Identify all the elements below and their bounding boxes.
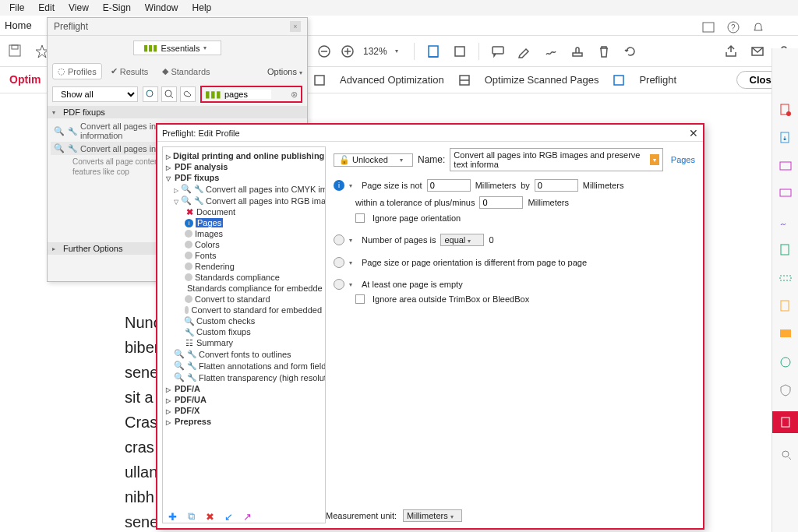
preflight-search-field[interactable]: ▮▮▮ ⊗ bbox=[200, 86, 302, 103]
ignore-area-checkbox[interactable] bbox=[355, 294, 365, 304]
tree-cmyk[interactable]: 🔍🔧Convert all pages into CMYK images bbox=[164, 183, 323, 195]
tree-rgb[interactable]: 🔍🔧Convert all pages into RGB images a bbox=[164, 195, 323, 206]
rotate-icon[interactable] bbox=[623, 44, 638, 59]
close-icon[interactable]: ✕ bbox=[689, 127, 698, 139]
name-dd-icon[interactable]: ▾ bbox=[650, 154, 659, 165]
rail-create-icon[interactable] bbox=[779, 103, 793, 117]
preflight-search-input[interactable] bbox=[224, 90, 271, 99]
window-icon[interactable] bbox=[701, 20, 715, 34]
help-icon[interactable]: ? bbox=[726, 20, 740, 34]
stamp-icon[interactable] bbox=[570, 44, 585, 59]
section-pdf-fixups[interactable]: ▾PDF fixups bbox=[48, 106, 307, 118]
zoom-dd-icon[interactable]: ▾ bbox=[395, 48, 403, 55]
sign-icon[interactable] bbox=[543, 44, 559, 59]
menu-window[interactable]: Window bbox=[139, 1, 185, 15]
export-icon[interactable]: ↗ bbox=[240, 509, 254, 523]
numpages-op-select[interactable]: equal ▾ bbox=[440, 234, 484, 246]
tree-sum[interactable]: ☷Summary bbox=[164, 337, 323, 348]
severity-dd[interactable]: ▾ bbox=[349, 281, 357, 288]
rail-sign-icon[interactable] bbox=[779, 215, 793, 229]
menu-file[interactable]: File bbox=[3, 1, 30, 15]
rail-export-icon[interactable] bbox=[779, 131, 793, 145]
tree-cc[interactable]: 🔍Custom checks bbox=[164, 315, 323, 326]
info-icon[interactable]: i bbox=[334, 180, 344, 191]
menu-edit[interactable]: Edit bbox=[32, 1, 61, 15]
add-icon[interactable]: ✚ bbox=[165, 509, 179, 523]
name-field[interactable]: Convert all pages into RGB images and pr… bbox=[450, 148, 662, 171]
zoom-in-icon[interactable] bbox=[340, 44, 355, 59]
tree-f3[interactable]: 🔍🔧Flatten transparency (high resolutio bbox=[164, 372, 323, 383]
severity-dd[interactable]: ▾ bbox=[349, 182, 357, 189]
numpages-radio[interactable] bbox=[334, 234, 344, 245]
trash-icon[interactable] bbox=[596, 44, 612, 59]
clear-search-icon[interactable]: ⊗ bbox=[291, 90, 298, 100]
tree-digital[interactable]: Digital printing and online publishing bbox=[164, 150, 323, 161]
zoom-value[interactable]: 132% bbox=[363, 46, 387, 57]
rail-note-icon[interactable] bbox=[779, 327, 793, 341]
tree-conve[interactable]: Convert to standard for embedded bbox=[164, 305, 323, 315]
sizediff-radio[interactable] bbox=[334, 257, 344, 268]
showall-dropdown[interactable]: Show all bbox=[52, 86, 138, 102]
tab-results[interactable]: ✔ Results bbox=[105, 63, 154, 79]
severity-dd[interactable]: ▾ bbox=[349, 237, 357, 244]
home-tab[interactable]: Home bbox=[5, 19, 32, 31]
tree-f1[interactable]: 🔍🔧Convert fonts to outlines bbox=[164, 348, 323, 360]
profile-tree[interactable]: Digital printing and online publishing P… bbox=[162, 146, 326, 523]
lock-dropdown[interactable]: 🔓Unlocked▾ bbox=[334, 153, 413, 167]
menu-help[interactable]: Help bbox=[186, 1, 218, 15]
rail-edit-icon[interactable] bbox=[779, 159, 793, 173]
menu-esign[interactable]: E-Sign bbox=[97, 1, 137, 15]
optimize-scanned-button[interactable]: Optimize Scanned Pages bbox=[485, 74, 599, 86]
mail-icon[interactable] bbox=[750, 44, 765, 59]
tree-f2[interactable]: 🔍🔧Flatten annotations and form fields bbox=[164, 360, 323, 372]
tree-conv[interactable]: Convert to standard bbox=[164, 294, 323, 305]
tab-standards[interactable]: ◆ Standards bbox=[157, 63, 215, 79]
tree-images[interactable]: Images bbox=[164, 228, 323, 239]
rail-convert-icon[interactable] bbox=[779, 299, 793, 313]
severity-dd[interactable]: ▾ bbox=[349, 259, 357, 266]
tree-prepress[interactable]: Prepress bbox=[164, 416, 323, 427]
tree-colors[interactable]: Colors bbox=[164, 239, 323, 250]
height-input[interactable] bbox=[535, 179, 578, 192]
ignore-orientation-checkbox[interactable] bbox=[355, 213, 365, 223]
rail-redact-icon[interactable] bbox=[779, 271, 793, 285]
tree-document[interactable]: ✖Document bbox=[164, 206, 323, 217]
tree-rendering[interactable]: Rendering bbox=[164, 261, 323, 272]
fit-width-icon[interactable] bbox=[425, 44, 441, 59]
filter-fixups-icon[interactable] bbox=[180, 86, 196, 102]
tree-stde[interactable]: Standards compliance for embedde bbox=[164, 283, 323, 294]
pages-tab-link[interactable]: Pages bbox=[671, 155, 695, 164]
tree-pdf-fixups[interactable]: PDF fixups bbox=[164, 172, 323, 183]
page-view-icon[interactable] bbox=[452, 44, 468, 59]
tree-pdf-analysis[interactable]: PDF analysis bbox=[164, 161, 323, 172]
rail-organize-icon[interactable] bbox=[779, 243, 793, 257]
tree-pdfa[interactable]: PDF/A bbox=[164, 383, 323, 394]
advanced-optimization-button[interactable]: Advanced Optimization bbox=[340, 74, 444, 86]
tree-pdfx[interactable]: PDF/X bbox=[164, 405, 323, 416]
close-icon[interactable]: × bbox=[290, 21, 301, 32]
share-icon[interactable] bbox=[723, 44, 739, 59]
tree-std[interactable]: Standards compliance bbox=[164, 272, 323, 283]
bell-icon[interactable] bbox=[751, 20, 765, 34]
rail-comment-icon[interactable] bbox=[779, 187, 793, 201]
filter-profiles-icon[interactable] bbox=[143, 86, 158, 102]
zoom-out-icon[interactable] bbox=[316, 44, 332, 59]
import-icon[interactable]: ↙ bbox=[221, 509, 235, 523]
delete-icon[interactable]: ✖ bbox=[203, 509, 217, 523]
comment-icon[interactable] bbox=[490, 44, 506, 59]
rail-more-icon[interactable] bbox=[779, 447, 793, 461]
rail-optimize-icon[interactable] bbox=[772, 411, 799, 433]
preflight-button[interactable]: Preflight bbox=[639, 74, 676, 86]
width-input[interactable] bbox=[427, 179, 471, 192]
tree-pdfua[interactable]: PDF/UA bbox=[164, 394, 323, 405]
rail-shield-icon[interactable] bbox=[779, 383, 793, 397]
tree-cf[interactable]: 🔧Custom fixups bbox=[164, 326, 323, 337]
filter-checks-icon[interactable] bbox=[161, 86, 177, 102]
rail-protect-icon[interactable] bbox=[779, 355, 793, 369]
tolerance-input[interactable] bbox=[479, 196, 523, 209]
optimize-side-tab[interactable]: Optim bbox=[9, 73, 41, 86]
options-dropdown[interactable]: Options ▾ bbox=[267, 67, 302, 76]
measurement-unit-select[interactable]: Millimeters ▾ bbox=[403, 509, 462, 522]
empty-radio[interactable] bbox=[334, 279, 344, 290]
tree-fonts[interactable]: Fonts bbox=[164, 250, 323, 261]
